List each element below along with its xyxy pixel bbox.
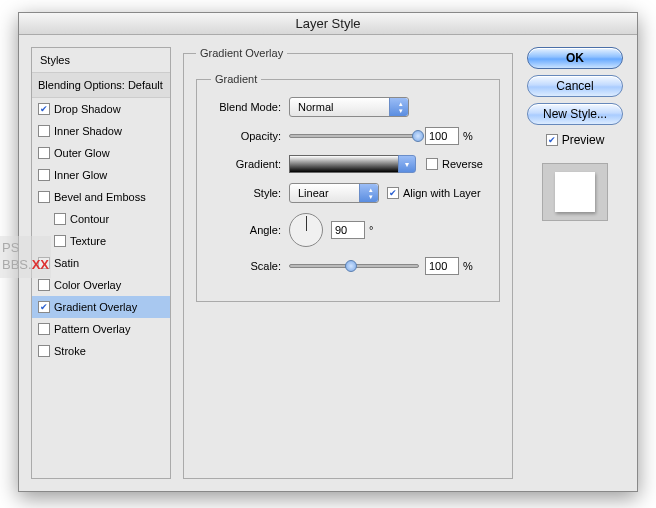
blend-mode-label: Blend Mode: [211, 101, 281, 113]
sidebar-item-outer-glow[interactable]: Outer Glow [32, 142, 170, 164]
gradient-group-title: Gradient [211, 73, 261, 85]
style-checkbox[interactable] [38, 125, 50, 137]
opacity-thumb[interactable] [412, 130, 424, 142]
angle-unit: ° [369, 224, 373, 236]
style-checkbox[interactable] [38, 279, 50, 291]
align-label: Align with Layer [403, 187, 481, 199]
title-bar: Layer Style [19, 13, 637, 35]
sidebar-item-contour[interactable]: Contour [32, 208, 170, 230]
style-checkbox[interactable] [38, 301, 50, 313]
styles-sidebar: Styles Blending Options: Default Drop Sh… [31, 47, 171, 479]
style-checkbox[interactable] [38, 323, 50, 335]
watermark: PS BBS.XX [0, 236, 51, 278]
style-checkbox[interactable] [54, 213, 66, 225]
blending-options-item[interactable]: Blending Options: Default [32, 73, 170, 98]
opacity-label: Opacity: [211, 130, 281, 142]
style-checkbox[interactable] [38, 169, 50, 181]
sidebar-item-label: Color Overlay [54, 279, 121, 291]
sidebar-item-pattern-overlay[interactable]: Pattern Overlay [32, 318, 170, 340]
sidebar-item-label: Pattern Overlay [54, 323, 130, 335]
scale-input[interactable] [425, 257, 459, 275]
sidebar-item-label: Satin [54, 257, 79, 269]
opacity-unit: % [463, 130, 473, 142]
style-checkbox[interactable] [38, 191, 50, 203]
style-select[interactable]: Linear▴▾ [289, 183, 379, 203]
reverse-checkbox[interactable] [426, 158, 438, 170]
style-label: Style: [211, 187, 281, 199]
sidebar-item-bevel-and-emboss[interactable]: Bevel and Emboss [32, 186, 170, 208]
scale-slider[interactable] [289, 264, 419, 268]
scale-unit: % [463, 260, 473, 272]
angle-dial[interactable] [289, 213, 323, 247]
new-style-button[interactable]: New Style... [527, 103, 623, 125]
angle-label: Angle: [211, 224, 281, 236]
reverse-label: Reverse [442, 158, 483, 170]
sidebar-item-label: Bevel and Emboss [54, 191, 146, 203]
sidebar-item-label: Outer Glow [54, 147, 110, 159]
sidebar-item-label: Texture [70, 235, 106, 247]
panel-title: Gradient Overlay [196, 47, 287, 59]
sidebar-item-label: Gradient Overlay [54, 301, 137, 313]
sidebar-item-gradient-overlay[interactable]: Gradient Overlay [32, 296, 170, 318]
button-column: OK Cancel New Style... Preview [525, 47, 625, 479]
sidebar-item-drop-shadow[interactable]: Drop Shadow [32, 98, 170, 120]
sidebar-header[interactable]: Styles [32, 48, 170, 73]
settings-panel: Gradient Overlay Gradient Blend Mode: No… [183, 47, 513, 479]
scale-label: Scale: [211, 260, 281, 272]
ok-button[interactable]: OK [527, 47, 623, 69]
gradient-swatch[interactable] [289, 155, 399, 173]
style-checkbox[interactable] [38, 103, 50, 115]
sidebar-item-label: Contour [70, 213, 109, 225]
angle-input[interactable] [331, 221, 365, 239]
sidebar-item-color-overlay[interactable]: Color Overlay [32, 274, 170, 296]
style-checkbox[interactable] [38, 147, 50, 159]
style-checkbox[interactable] [38, 345, 50, 357]
opacity-input[interactable] [425, 127, 459, 145]
sidebar-item-label: Stroke [54, 345, 86, 357]
preview-checkbox[interactable] [546, 134, 558, 146]
sidebar-item-satin[interactable]: Satin [32, 252, 170, 274]
scale-thumb[interactable] [345, 260, 357, 272]
sidebar-item-label: Inner Shadow [54, 125, 122, 137]
sidebar-item-inner-glow[interactable]: Inner Glow [32, 164, 170, 186]
cancel-button[interactable]: Cancel [527, 75, 623, 97]
sidebar-item-label: Drop Shadow [54, 103, 121, 115]
gradient-dropdown[interactable]: ▾ [398, 155, 416, 173]
sidebar-item-texture[interactable]: Texture [32, 230, 170, 252]
preview-swatch [542, 163, 608, 221]
style-checkbox[interactable] [54, 235, 66, 247]
sidebar-item-inner-shadow[interactable]: Inner Shadow [32, 120, 170, 142]
align-checkbox[interactable] [387, 187, 399, 199]
blend-mode-select[interactable]: Normal▴▾ [289, 97, 409, 117]
sidebar-item-stroke[interactable]: Stroke [32, 340, 170, 362]
layer-style-dialog: Layer Style Styles Blending Options: Def… [18, 12, 638, 492]
preview-inner [555, 172, 595, 212]
gradient-label: Gradient: [211, 158, 281, 170]
opacity-slider[interactable] [289, 134, 419, 138]
preview-label: Preview [562, 133, 605, 147]
sidebar-item-label: Inner Glow [54, 169, 107, 181]
